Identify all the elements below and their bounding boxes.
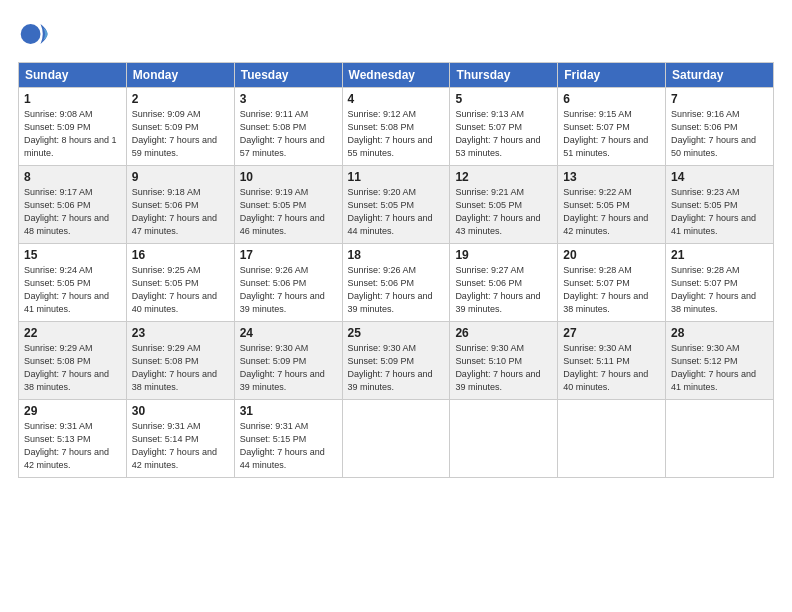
day-number: 31	[240, 404, 337, 418]
calendar-cell: 24 Sunrise: 9:30 AMSunset: 5:09 PMDaylig…	[234, 322, 342, 400]
calendar-cell: 26 Sunrise: 9:30 AMSunset: 5:10 PMDaylig…	[450, 322, 558, 400]
day-info: Sunrise: 9:08 AMSunset: 5:09 PMDaylight:…	[24, 109, 117, 158]
day-info: Sunrise: 9:20 AMSunset: 5:05 PMDaylight:…	[348, 187, 433, 236]
calendar-cell: 8 Sunrise: 9:17 AMSunset: 5:06 PMDayligh…	[19, 166, 127, 244]
day-info: Sunrise: 9:26 AMSunset: 5:06 PMDaylight:…	[348, 265, 433, 314]
day-info: Sunrise: 9:26 AMSunset: 5:06 PMDaylight:…	[240, 265, 325, 314]
calendar-cell: 5 Sunrise: 9:13 AMSunset: 5:07 PMDayligh…	[450, 88, 558, 166]
calendar-cell: 18 Sunrise: 9:26 AMSunset: 5:06 PMDaylig…	[342, 244, 450, 322]
day-number: 10	[240, 170, 337, 184]
calendar-week-1: 1 Sunrise: 9:08 AMSunset: 5:09 PMDayligh…	[19, 88, 774, 166]
col-header-wednesday: Wednesday	[342, 63, 450, 88]
day-number: 22	[24, 326, 121, 340]
day-number: 6	[563, 92, 660, 106]
day-number: 19	[455, 248, 552, 262]
calendar-cell: 13 Sunrise: 9:22 AMSunset: 5:05 PMDaylig…	[558, 166, 666, 244]
calendar-cell	[558, 400, 666, 478]
day-info: Sunrise: 9:30 AMSunset: 5:10 PMDaylight:…	[455, 343, 540, 392]
day-info: Sunrise: 9:16 AMSunset: 5:06 PMDaylight:…	[671, 109, 756, 158]
logo-icon	[18, 16, 54, 52]
calendar-cell: 1 Sunrise: 9:08 AMSunset: 5:09 PMDayligh…	[19, 88, 127, 166]
day-number: 5	[455, 92, 552, 106]
day-number: 21	[671, 248, 768, 262]
calendar-cell: 27 Sunrise: 9:30 AMSunset: 5:11 PMDaylig…	[558, 322, 666, 400]
day-number: 15	[24, 248, 121, 262]
day-info: Sunrise: 9:31 AMSunset: 5:15 PMDaylight:…	[240, 421, 325, 470]
col-header-friday: Friday	[558, 63, 666, 88]
calendar-cell: 14 Sunrise: 9:23 AMSunset: 5:05 PMDaylig…	[666, 166, 774, 244]
page: SundayMondayTuesdayWednesdayThursdayFrid…	[0, 0, 792, 612]
calendar-week-2: 8 Sunrise: 9:17 AMSunset: 5:06 PMDayligh…	[19, 166, 774, 244]
day-number: 2	[132, 92, 229, 106]
svg-point-0	[21, 24, 41, 44]
calendar-cell: 2 Sunrise: 9:09 AMSunset: 5:09 PMDayligh…	[126, 88, 234, 166]
day-info: Sunrise: 9:29 AMSunset: 5:08 PMDaylight:…	[132, 343, 217, 392]
calendar-cell: 21 Sunrise: 9:28 AMSunset: 5:07 PMDaylig…	[666, 244, 774, 322]
col-header-sunday: Sunday	[19, 63, 127, 88]
day-info: Sunrise: 9:31 AMSunset: 5:13 PMDaylight:…	[24, 421, 109, 470]
col-header-saturday: Saturday	[666, 63, 774, 88]
day-number: 23	[132, 326, 229, 340]
day-info: Sunrise: 9:30 AMSunset: 5:11 PMDaylight:…	[563, 343, 648, 392]
day-info: Sunrise: 9:13 AMSunset: 5:07 PMDaylight:…	[455, 109, 540, 158]
day-number: 26	[455, 326, 552, 340]
calendar-cell: 6 Sunrise: 9:15 AMSunset: 5:07 PMDayligh…	[558, 88, 666, 166]
calendar-cell: 30 Sunrise: 9:31 AMSunset: 5:14 PMDaylig…	[126, 400, 234, 478]
day-info: Sunrise: 9:17 AMSunset: 5:06 PMDaylight:…	[24, 187, 109, 236]
day-info: Sunrise: 9:23 AMSunset: 5:05 PMDaylight:…	[671, 187, 756, 236]
calendar-cell: 16 Sunrise: 9:25 AMSunset: 5:05 PMDaylig…	[126, 244, 234, 322]
day-info: Sunrise: 9:21 AMSunset: 5:05 PMDaylight:…	[455, 187, 540, 236]
calendar-cell: 20 Sunrise: 9:28 AMSunset: 5:07 PMDaylig…	[558, 244, 666, 322]
calendar-cell: 19 Sunrise: 9:27 AMSunset: 5:06 PMDaylig…	[450, 244, 558, 322]
calendar-cell: 23 Sunrise: 9:29 AMSunset: 5:08 PMDaylig…	[126, 322, 234, 400]
calendar-table: SundayMondayTuesdayWednesdayThursdayFrid…	[18, 62, 774, 478]
day-number: 27	[563, 326, 660, 340]
day-number: 29	[24, 404, 121, 418]
calendar-week-4: 22 Sunrise: 9:29 AMSunset: 5:08 PMDaylig…	[19, 322, 774, 400]
day-number: 3	[240, 92, 337, 106]
col-header-thursday: Thursday	[450, 63, 558, 88]
header	[18, 16, 774, 52]
calendar-cell: 29 Sunrise: 9:31 AMSunset: 5:13 PMDaylig…	[19, 400, 127, 478]
day-info: Sunrise: 9:09 AMSunset: 5:09 PMDaylight:…	[132, 109, 217, 158]
day-info: Sunrise: 9:27 AMSunset: 5:06 PMDaylight:…	[455, 265, 540, 314]
calendar-cell	[666, 400, 774, 478]
day-info: Sunrise: 9:29 AMSunset: 5:08 PMDaylight:…	[24, 343, 109, 392]
day-number: 11	[348, 170, 445, 184]
day-info: Sunrise: 9:30 AMSunset: 5:09 PMDaylight:…	[240, 343, 325, 392]
day-number: 24	[240, 326, 337, 340]
day-number: 4	[348, 92, 445, 106]
day-number: 14	[671, 170, 768, 184]
col-header-tuesday: Tuesday	[234, 63, 342, 88]
day-number: 18	[348, 248, 445, 262]
day-number: 17	[240, 248, 337, 262]
day-info: Sunrise: 9:25 AMSunset: 5:05 PMDaylight:…	[132, 265, 217, 314]
calendar-cell: 22 Sunrise: 9:29 AMSunset: 5:08 PMDaylig…	[19, 322, 127, 400]
calendar-cell: 11 Sunrise: 9:20 AMSunset: 5:05 PMDaylig…	[342, 166, 450, 244]
day-number: 1	[24, 92, 121, 106]
day-number: 30	[132, 404, 229, 418]
calendar-cell: 3 Sunrise: 9:11 AMSunset: 5:08 PMDayligh…	[234, 88, 342, 166]
day-info: Sunrise: 9:28 AMSunset: 5:07 PMDaylight:…	[563, 265, 648, 314]
day-number: 25	[348, 326, 445, 340]
day-number: 28	[671, 326, 768, 340]
day-info: Sunrise: 9:15 AMSunset: 5:07 PMDaylight:…	[563, 109, 648, 158]
calendar-cell: 28 Sunrise: 9:30 AMSunset: 5:12 PMDaylig…	[666, 322, 774, 400]
calendar-cell	[342, 400, 450, 478]
day-info: Sunrise: 9:24 AMSunset: 5:05 PMDaylight:…	[24, 265, 109, 314]
calendar-cell	[450, 400, 558, 478]
day-number: 16	[132, 248, 229, 262]
day-number: 12	[455, 170, 552, 184]
day-info: Sunrise: 9:31 AMSunset: 5:14 PMDaylight:…	[132, 421, 217, 470]
day-number: 7	[671, 92, 768, 106]
calendar-cell: 9 Sunrise: 9:18 AMSunset: 5:06 PMDayligh…	[126, 166, 234, 244]
col-header-monday: Monday	[126, 63, 234, 88]
day-number: 20	[563, 248, 660, 262]
day-info: Sunrise: 9:11 AMSunset: 5:08 PMDaylight:…	[240, 109, 325, 158]
calendar-header-row: SundayMondayTuesdayWednesdayThursdayFrid…	[19, 63, 774, 88]
day-info: Sunrise: 9:30 AMSunset: 5:09 PMDaylight:…	[348, 343, 433, 392]
calendar-cell: 25 Sunrise: 9:30 AMSunset: 5:09 PMDaylig…	[342, 322, 450, 400]
day-info: Sunrise: 9:28 AMSunset: 5:07 PMDaylight:…	[671, 265, 756, 314]
calendar-week-3: 15 Sunrise: 9:24 AMSunset: 5:05 PMDaylig…	[19, 244, 774, 322]
day-number: 8	[24, 170, 121, 184]
